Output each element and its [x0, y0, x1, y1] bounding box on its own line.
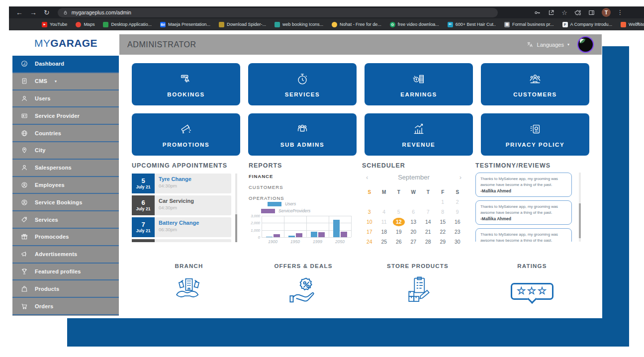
bookmarks-overflow-chevron[interactable]: »: [637, 20, 640, 26]
calendar-day[interactable]: 21: [425, 229, 431, 235]
feature-ratings[interactable]: RATINGS☆☆☆: [475, 263, 589, 307]
sidebar-item-promocodes[interactable]: Promocodes: [12, 229, 119, 246]
calendar-day[interactable]: 30: [455, 239, 460, 245]
tile-revenue[interactable]: REVENUE: [365, 113, 473, 156]
calendar-day[interactable]: 9: [456, 209, 459, 215]
tile-bookings[interactable]: BOOKINGS: [132, 63, 240, 105]
testimonials-scrollbar[interactable]: [579, 173, 581, 242]
bookmark-star-icon[interactable]: ☆: [561, 9, 567, 16]
sidebar-item-countries[interactable]: Countries: [12, 125, 119, 142]
calendar-day[interactable]: 27: [410, 239, 416, 245]
appointment-item[interactable]: 6July 21Car Servicing04:30pm: [132, 195, 231, 215]
back-button[interactable]: ←: [16, 9, 23, 16]
feature-offers-deals[interactable]: OFFERS & DEALS: [246, 263, 361, 307]
address-bar[interactable]: mygarageplus.com/admin: [58, 8, 498, 17]
sidebar-item-service-provider[interactable]: Service Provider: [12, 107, 119, 125]
bookmark-item-desktop-applicatio[interactable]: Desktop Applicatio...: [103, 22, 152, 27]
appointments-scrollbar[interactable]: [235, 174, 237, 242]
calendar-day[interactable]: 1: [441, 199, 444, 205]
bookmark-item-formal-business-pr[interactable]: ▤Formal business pr...: [504, 22, 554, 27]
sidebar-item-products[interactable]: Products: [12, 280, 119, 298]
tile-services[interactable]: SERVICES: [248, 63, 357, 105]
bookmark-item-youtube[interactable]: ▸YouTube: [42, 22, 67, 27]
sidebar-item-employees[interactable]: Employees: [12, 177, 119, 194]
sidebar-item-services[interactable]: Services: [12, 211, 119, 229]
report-link-customers[interactable]: CUSTOMERS: [249, 184, 284, 195]
calendar-day[interactable]: 2: [456, 199, 459, 205]
report-link-finance[interactable]: FINANCE: [249, 174, 284, 184]
testimonial-card[interactable]: Thanks to MySalonee app, my grooming was…: [475, 173, 572, 197]
key-icon[interactable]: [534, 9, 541, 16]
calendar-day[interactable]: 19: [396, 229, 402, 235]
calendar-day[interactable]: 8: [441, 209, 444, 215]
languages-dropdown[interactable]: Languages: [537, 42, 564, 48]
sidebar-item-users[interactable]: Users: [12, 90, 119, 108]
bookmark-label: Download Spider-...: [227, 22, 266, 27]
sidebar-item-cms[interactable]: CMS▾: [12, 73, 119, 90]
calendar-day[interactable]: 5: [397, 209, 400, 215]
calendar-day[interactable]: 29: [440, 239, 446, 245]
testimonial-card[interactable]: Thanks to MySalonee app, my grooming was…: [475, 200, 572, 225]
bookmark-item-maeja-presentation[interactable]: BēMaeja Presentation...: [160, 22, 210, 27]
calendar-day[interactable]: 6: [412, 209, 415, 215]
sidebar-item-city[interactable]: City: [12, 142, 119, 160]
menu-kebab-icon[interactable]: ⋮: [617, 9, 623, 15]
share-icon[interactable]: [548, 9, 555, 16]
bookmark-item-maps[interactable]: Maps: [76, 22, 94, 27]
testimonial-card[interactable]: Thanks to MySalonee app, my grooming was…: [475, 228, 572, 242]
sidebar-item-salespersons[interactable]: Salespersons: [12, 160, 119, 177]
tile-privacy-policy[interactable]: PRIVACY POLICY: [481, 113, 589, 156]
sidebar-toggle-icon[interactable]: [588, 9, 595, 16]
extensions-icon[interactable]: [574, 9, 581, 16]
right-accent-panel: [602, 46, 629, 318]
calendar-day[interactable]: 20: [410, 229, 416, 235]
calendar-day[interactable]: 17: [367, 229, 372, 235]
calendar-day[interactable]: 28: [425, 239, 431, 245]
feature-branch[interactable]: BRANCH: [132, 263, 246, 307]
appointment-item[interactable]: 7July 21Battery Change06:30pm: [132, 217, 231, 237]
sidebar-item-service-bookings[interactable]: Service Bookings: [12, 194, 119, 211]
calendar-day[interactable]: 16: [455, 219, 460, 225]
calendar-day-selected[interactable]: 12: [393, 218, 405, 226]
calendar-day[interactable]: 7: [427, 209, 430, 215]
calendar-day[interactable]: 10: [367, 219, 372, 225]
bookmark-item-600-best-hair-cut[interactable]: ✂600+ Best Hair Cut..: [448, 22, 496, 27]
calendar-day[interactable]: 18: [381, 229, 387, 235]
feature-store-products[interactable]: STORE PRODUCTS: [361, 263, 475, 307]
bookmark-item-free-video-downloa[interactable]: Gfree video downloa...: [390, 22, 439, 27]
tile-promotions[interactable]: PROMOTIONS: [132, 113, 240, 156]
bookmark-item-website-themes[interactable]: Website Themes &...: [621, 22, 644, 27]
calendar-day[interactable]: 14: [425, 219, 431, 225]
sidebar-item-dashboard[interactable]: Dashboard: [12, 56, 119, 73]
sidebar-item-orders[interactable]: Orders: [12, 298, 119, 315]
forward-button[interactable]: →: [30, 9, 37, 16]
calendar-day[interactable]: 22: [440, 229, 446, 235]
bookmark-item-web-booking-icons[interactable]: web booking Icons...: [275, 22, 323, 27]
sidebar-item-advertisements[interactable]: Advertisements: [12, 246, 119, 264]
appointment-item[interactable]: [132, 239, 231, 242]
calendar-day[interactable]: 15: [440, 219, 446, 225]
calendar-day[interactable]: 23: [455, 229, 460, 235]
browser-profile-avatar[interactable]: T: [602, 8, 611, 17]
user-avatar[interactable]: [577, 36, 594, 53]
calendar-next-icon[interactable]: ›: [460, 174, 461, 181]
calendar-day[interactable]: 24: [367, 239, 372, 245]
tile-earnings[interactable]: EARNINGS: [365, 63, 473, 105]
calendar-day[interactable]: 11: [381, 219, 387, 225]
reload-button[interactable]: ↻: [44, 9, 50, 16]
calendar-day[interactable]: 25: [381, 239, 387, 245]
calendar-day[interactable]: 13: [410, 219, 416, 225]
bookmark-item-a-company-introdu[interactable]: FA Company Introdu...: [562, 22, 613, 27]
tile-sub-admins[interactable]: SUB ADMINS: [248, 113, 357, 156]
bookmark-item-download-spider[interactable]: Download Spider-...: [219, 22, 266, 27]
sidebar-item-featured-profiles[interactable]: Featured profiles: [12, 264, 119, 281]
calendar-day[interactable]: 26: [396, 239, 402, 245]
app-logo[interactable]: MYGARAGE: [12, 30, 119, 56]
appointment-item[interactable]: 5July 21Tyre Change04:30pm: [132, 174, 231, 193]
x-axis-tick: 2050: [329, 239, 351, 244]
calendar-day[interactable]: 3: [368, 209, 371, 215]
calendar-day[interactable]: 4: [382, 209, 385, 215]
trophy-icon: [20, 268, 28, 275]
bookmark-item-nohat-free-for-de[interactable]: Nohat - Free for de...: [332, 22, 381, 27]
tile-customers[interactable]: CUSTOMERS: [481, 63, 589, 105]
